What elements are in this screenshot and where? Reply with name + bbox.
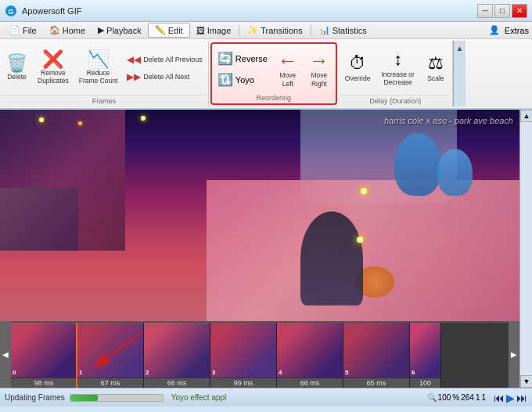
frame-3-num: 3 xyxy=(212,369,215,376)
frame-total: 1 xyxy=(481,393,486,402)
delete-all-next-button[interactable]: ▶▶ Delete All Next xyxy=(123,69,207,85)
delay-group-label: Delay (Duration) xyxy=(340,95,451,107)
frame-2[interactable]: 2 66 ms xyxy=(144,323,210,388)
ribbon-scroll-up-icon[interactable]: ▲ xyxy=(454,44,466,52)
move-left-icon: ← xyxy=(278,50,298,70)
frame-0-num: 0 xyxy=(13,369,16,376)
status-message: Yoyo effect appl xyxy=(171,393,227,402)
remove-duplicates-button[interactable]: ❌ RemoveDuplicates xyxy=(33,42,74,93)
move-right-icon: → xyxy=(309,50,329,70)
frame-1-num: 1 xyxy=(79,369,82,376)
fairy-light-1 xyxy=(39,117,44,122)
frames-group: 🗑️ Delete ❌ RemoveDuplicates 📉 ReduceFra… xyxy=(0,41,209,107)
minimize-button[interactable]: ─ xyxy=(477,4,493,18)
zoom-value: 100 xyxy=(438,393,451,402)
frame-5[interactable]: 5 65 ms xyxy=(343,323,410,388)
frame-2-image: 2 xyxy=(144,323,210,378)
gif-canvas: harris cole x aso - park ave beach xyxy=(0,110,519,321)
frame-3-image: 3 xyxy=(210,323,276,378)
scroll-down-button[interactable]: ▼ xyxy=(520,375,532,388)
glow-dot-1 xyxy=(361,188,367,194)
reduce-frame-count-button[interactable]: 📉 ReduceFrame Count xyxy=(74,42,123,93)
frame-1-image: 1 xyxy=(77,323,143,378)
delete-next-icon: ▶▶ xyxy=(127,71,141,82)
yoyo-button[interactable]: 🔃 Yoyo xyxy=(214,70,271,89)
menu-divider-2 xyxy=(311,25,311,36)
frame-6-image: 6 xyxy=(410,323,440,378)
move-left-button[interactable]: ← MoveLeft xyxy=(273,47,303,90)
image-icon: 🖼 xyxy=(196,26,205,35)
window-controls: ─ □ ✕ xyxy=(477,4,527,18)
frames-group-label: Frames xyxy=(2,95,207,107)
frame-3-ms: 99 ms xyxy=(210,378,276,388)
delete-all-previous-button[interactable]: ◀◀ Delete All Previous xyxy=(123,52,207,67)
frame-6-num: 6 xyxy=(412,369,415,376)
menu-home[interactable]: 🏠 Home xyxy=(43,23,92,37)
frame-6[interactable]: 6 100 xyxy=(410,323,441,388)
menu-statistics[interactable]: 📊 Statistics xyxy=(313,23,373,37)
frame-2-ms: 66 ms xyxy=(144,378,210,388)
scale-button[interactable]: ⚖ Scale xyxy=(421,50,451,85)
frame-2-num: 2 xyxy=(146,369,149,376)
play-prev-button[interactable]: ⏮ xyxy=(494,392,505,404)
home-icon: 🏠 xyxy=(49,25,60,35)
scroll-up-button[interactable]: ▲ xyxy=(520,110,532,122)
frame-5-num: 5 xyxy=(345,369,348,376)
ribbon-toolbar: 🗑️ Delete ❌ RemoveDuplicates 📉 ReduceFra… xyxy=(0,39,532,110)
override-button[interactable]: ⏱ Override xyxy=(340,50,376,85)
increase-decrease-button[interactable]: ↕ Increase orDecrease xyxy=(376,46,419,89)
frame-1[interactable]: 1 67 ms xyxy=(77,323,144,388)
file-icon: 📄 xyxy=(9,25,20,35)
frame-4[interactable]: 4 66 ms xyxy=(277,323,343,388)
frame-0[interactable]: 0 98 ms xyxy=(11,323,77,388)
frames-buttons: 🗑️ Delete ❌ RemoveDuplicates 📉 ReduceFra… xyxy=(2,42,207,93)
menu-bar: 📄 File 🏠 Home ▶ Playback ✏️ Edit 🖼 Image… xyxy=(0,22,532,39)
edit-icon: ✏️ xyxy=(155,25,166,35)
ribbon-scroll[interactable]: ▲ xyxy=(453,41,466,107)
delay-group: ⏱ Override ↕ Increase orDecrease ⚖ Scale… xyxy=(339,41,453,107)
progress-bar-fill xyxy=(70,395,98,401)
menu-file[interactable]: 📄 File xyxy=(3,23,43,37)
zoom-icon[interactable]: 🔍 xyxy=(427,393,437,402)
frame-4-num: 4 xyxy=(279,369,282,376)
desk xyxy=(0,188,78,251)
menu-edit[interactable]: ✏️ Edit xyxy=(148,23,190,38)
zoom-unit: % xyxy=(452,393,459,402)
menu-image[interactable]: 🖼 Image xyxy=(190,24,238,37)
canvas-area: harris cole x aso - park ave beach ◀ xyxy=(0,110,519,388)
statistics-icon: 📊 xyxy=(319,25,330,35)
close-button[interactable]: ✕ xyxy=(512,4,527,18)
fairy-light-3 xyxy=(141,116,146,121)
frame-4-ms: 66 ms xyxy=(277,378,343,388)
extras-label[interactable]: Extras xyxy=(505,26,529,35)
menu-transitions[interactable]: ✨ Transitions xyxy=(241,23,308,37)
fairy-light-2 xyxy=(78,121,82,125)
updating-label: Updating Frames xyxy=(5,393,65,402)
frame-strip: 0 98 ms 1 67 ms 2 66 ms xyxy=(11,321,509,388)
play-next-button[interactable]: ⏭ xyxy=(516,392,527,404)
frame-3[interactable]: 3 99 ms xyxy=(210,323,277,388)
reverse-icon: 🔄 xyxy=(217,51,233,66)
menu-playback[interactable]: ▶ Playback xyxy=(92,23,148,37)
frame-strip-left-arrow[interactable]: ◀ xyxy=(0,321,11,388)
remove-duplicates-icon: ❌ xyxy=(42,51,63,68)
small-buttons-group: ◀◀ Delete All Previous ▶▶ Delete All Nex… xyxy=(123,42,207,93)
play-button[interactable]: ▶ xyxy=(506,392,515,404)
delete-icon: 🗑️ xyxy=(6,55,27,72)
blue-creature-2 xyxy=(437,149,473,196)
reduce-icon: 📉 xyxy=(88,51,109,68)
scroll-track[interactable] xyxy=(520,122,532,375)
reverse-button[interactable]: 🔄 Reverse xyxy=(214,49,271,68)
frame-1-ms: 67 ms xyxy=(77,378,143,388)
progress-bar xyxy=(70,394,164,402)
delete-prev-icon: ◀◀ xyxy=(127,54,141,65)
menu-divider-1 xyxy=(239,25,239,36)
reordering-group: 🔄 Reverse 🔃 Yoyo ← MoveLeft → MoveRight … xyxy=(210,42,337,105)
reordering-group-label: Reordering xyxy=(214,92,334,102)
move-right-button[interactable]: → MoveRight xyxy=(304,47,334,90)
frame-strip-right-arrow[interactable]: ▶ xyxy=(509,321,519,388)
zoom-controls: 🔍 100 % 264 1 1 xyxy=(427,393,486,402)
bed xyxy=(207,180,519,321)
maximize-button[interactable]: □ xyxy=(494,4,510,18)
delete-button[interactable]: 🗑️ Delete xyxy=(2,42,32,93)
